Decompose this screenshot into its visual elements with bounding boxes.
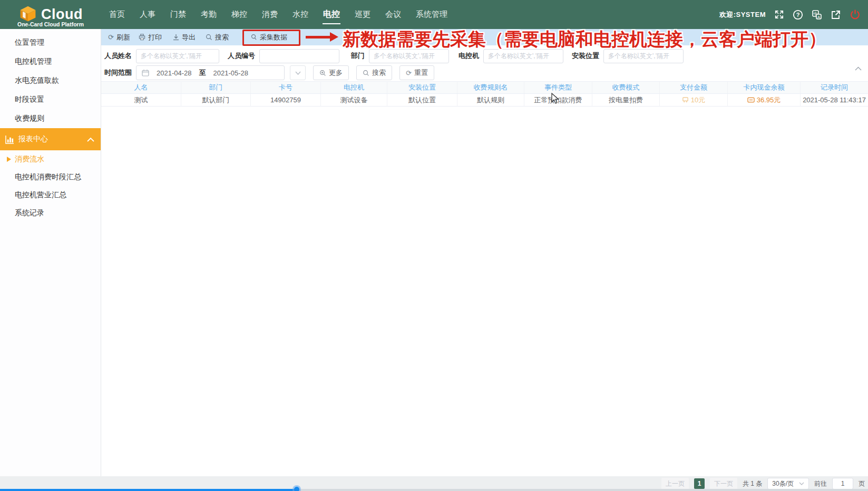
sidebar-item-system-records[interactable]: 系统记录 [0, 204, 101, 222]
col-header-controller[interactable]: 电控机 [321, 81, 387, 94]
goto-label: 前往 [814, 479, 827, 488]
current-page-button[interactable]: 1 [694, 478, 705, 489]
header-actions: 欢迎:SYSTEM ? 中 A [719, 9, 868, 21]
col-header-event-type[interactable]: 事件类型 [524, 81, 592, 94]
search-icon [363, 70, 369, 76]
col-header-pay-amount[interactable]: 支付金额 [660, 81, 728, 94]
next-page-button[interactable]: 下一页 [710, 478, 737, 490]
fullscreen-icon[interactable] [773, 9, 785, 21]
nav-access[interactable]: 门禁 [165, 6, 191, 23]
annotation-arrow-head [330, 32, 338, 42]
print-button[interactable]: 打印 [139, 29, 162, 45]
sidebar-group-label: 报表中心 [18, 134, 48, 144]
cell-install-location: 默认位置 [387, 94, 457, 107]
logo-title: Cloud [41, 7, 83, 22]
date-to-value[interactable]: 2021-05-28 [213, 69, 249, 77]
refresh-button[interactable]: ⟳ 刷新 [108, 29, 130, 45]
table-row[interactable]: 测试 默认部门 14902759 测试设备 默认位置 默认规则 正常预扣款消费 … [101, 94, 868, 107]
date-from-value[interactable]: 2021-04-28 [157, 69, 192, 77]
cell-charge-mode: 按电量扣费 [592, 94, 660, 107]
calendar-icon [142, 69, 149, 76]
language-translate-icon[interactable]: 中 A [811, 9, 823, 21]
date-dropdown-button[interactable] [290, 65, 306, 80]
sidebar-item-controller-period-summary[interactable]: 电控机消费时段汇总 [0, 168, 101, 186]
more-filters-button[interactable]: 更多 [313, 65, 349, 80]
person-id-label: 人员编号 [228, 51, 255, 61]
sidebar-item-controller-mgmt[interactable]: 电控机管理 [0, 52, 101, 71]
nav-consume[interactable]: 消费 [257, 6, 282, 23]
nav-water[interactable]: 水控 [288, 6, 313, 23]
goto-page-input[interactable] [832, 478, 853, 489]
toolbar-search-button[interactable]: 搜索 [206, 29, 229, 45]
video-progress-bar[interactable] [0, 489, 868, 491]
cell-event-type: 正常预扣款消费 [524, 94, 592, 107]
reset-icon: ⟳ [406, 70, 412, 76]
video-progress-played [0, 489, 297, 491]
nav-home[interactable]: 首页 [104, 6, 130, 23]
chevron-down-icon [799, 482, 804, 485]
person-name-input[interactable] [136, 49, 219, 63]
annotation-arrow [306, 36, 331, 38]
date-range-picker[interactable]: 2021-04-28 至 2021-05-28 [136, 65, 285, 80]
welcome-user: 欢迎:SYSTEM [719, 10, 766, 20]
col-header-department[interactable]: 部门 [181, 81, 251, 94]
sidebar-item-recharge-withdraw[interactable]: 水电充值取款 [0, 71, 101, 90]
nav-system[interactable]: 系统管理 [411, 6, 452, 23]
sidebar-item-controller-business-summary[interactable]: 电控机营业汇总 [0, 186, 101, 204]
logo-subtitle: One-Card Cloud Platform [0, 21, 101, 27]
col-header-install-location[interactable]: 安装位置 [387, 81, 457, 94]
prev-page-button[interactable]: 上一页 [661, 478, 689, 490]
help-icon[interactable]: ? [792, 9, 804, 21]
sidebar-item-label: 电控机管理 [15, 57, 52, 66]
sidebar-item-consume-flow[interactable]: 消费流水 [0, 150, 101, 168]
nav-personnel[interactable]: 人事 [135, 6, 160, 23]
filter-search-button[interactable]: 搜索 [356, 65, 392, 80]
video-progress-knob[interactable] [294, 487, 299, 491]
nav-elevator[interactable]: 梯控 [227, 6, 252, 23]
sidebar-item-location-mgmt[interactable]: 位置管理 [0, 33, 101, 52]
table-header-row: 人名 部门 卡号 电控机 安装位置 收费规则名 事件类型 收费模式 支付金额 卡… [101, 81, 868, 94]
nav-electric-active[interactable]: 电控 [318, 6, 345, 23]
person-name-label: 人员姓名 [104, 51, 132, 61]
zoom-more-icon [319, 70, 326, 76]
nav-meeting[interactable]: 会议 [381, 6, 406, 23]
pay-coin-icon [682, 97, 689, 103]
col-header-card-no[interactable]: 卡号 [251, 81, 321, 94]
sidebar-item-label: 电控机消费时段汇总 [15, 172, 81, 182]
collect-data-button[interactable]: 采集数据 [250, 29, 287, 45]
export-button[interactable]: 导出 [173, 29, 196, 45]
main-nav: 首页 人事 门禁 考勤 梯控 消费 水控 电控 巡更 会议 系统管理 [104, 6, 452, 23]
sidebar: 位置管理 电控机管理 水电充值取款 时段设置 收费规则 报表中心 消费流水 电控… [0, 29, 101, 476]
sidebar-item-charge-rules[interactable]: 收费规则 [0, 109, 101, 128]
reset-button[interactable]: ⟳ 重置 [399, 65, 434, 80]
col-header-card-balance[interactable]: 卡内现金余额 [728, 81, 801, 94]
sidebar-item-period-settings[interactable]: 时段设置 [0, 90, 101, 109]
sidebar-item-label: 消费流水 [15, 155, 44, 164]
chevron-up-icon [87, 137, 94, 142]
brand-logo: Cloud One-Card Cloud Platform [0, 0, 101, 29]
cell-person-name: 测试 [101, 94, 181, 107]
toolbar-search-label: 搜索 [215, 33, 229, 42]
sidebar-item-label: 时段设置 [15, 95, 44, 104]
reset-label: 重置 [414, 68, 428, 78]
download-icon [173, 34, 179, 41]
col-header-charge-rule[interactable]: 收费规则名 [457, 81, 524, 94]
nav-patrol[interactable]: 巡更 [350, 6, 375, 23]
cell-card-balance: 36.95元 [728, 94, 801, 107]
export-label: 导出 [182, 33, 196, 42]
time-range-label: 时间范围 [104, 68, 132, 78]
collapse-filters-chevron[interactable] [855, 64, 862, 72]
sidebar-group-report-center[interactable]: 报表中心 [0, 128, 101, 150]
open-new-window-icon[interactable] [830, 9, 842, 21]
person-id-input[interactable] [259, 49, 339, 63]
col-header-record-time[interactable]: 记录时间 [801, 81, 868, 94]
col-header-person-name[interactable]: 人名 [101, 81, 181, 94]
nav-attendance[interactable]: 考勤 [196, 6, 221, 23]
sidebar-item-label: 水电充值取款 [15, 76, 59, 85]
sidebar-item-label: 系统记录 [15, 208, 44, 218]
col-header-charge-mode[interactable]: 收费模式 [592, 81, 660, 94]
svg-text:A: A [817, 14, 820, 19]
page-size-select[interactable]: 30条/页 [767, 478, 809, 489]
refresh-icon: ⟳ [108, 34, 114, 41]
power-logout-icon[interactable] [849, 9, 861, 21]
